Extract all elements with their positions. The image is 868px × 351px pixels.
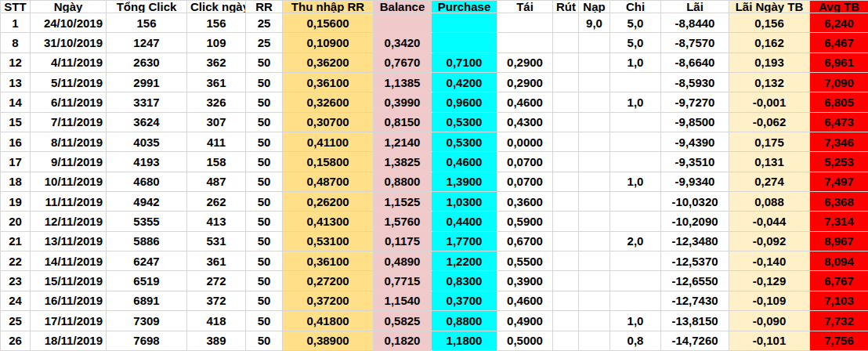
cell-nap[interactable] bbox=[579, 212, 610, 231]
cell-lai[interactable]: -12,5370 bbox=[661, 251, 729, 271]
cell-ngay[interactable]: 11/11/2019 bbox=[31, 192, 107, 212]
cell-lai-ngay-tb[interactable]: 0,175 bbox=[729, 132, 810, 152]
cell-lai[interactable]: -9,4390 bbox=[661, 132, 729, 152]
cell-ngay[interactable]: 16/11/2019 bbox=[31, 291, 107, 310]
cell-click-ngay[interactable]: 487 bbox=[187, 172, 246, 191]
cell-tong-click[interactable]: 4680 bbox=[107, 172, 187, 191]
column-header-avg-tb[interactable]: Avg TB bbox=[810, 1, 868, 13]
cell-purchase[interactable]: 0,4400 bbox=[432, 212, 497, 231]
cell-ngay[interactable]: 7/11/2019 bbox=[31, 112, 107, 132]
cell-rut[interactable] bbox=[553, 13, 579, 33]
cell-tai[interactable] bbox=[497, 33, 553, 52]
cell-nap[interactable] bbox=[579, 73, 610, 92]
column-header-nap[interactable]: Nạp bbox=[579, 1, 610, 13]
cell-balance[interactable]: 1,1540 bbox=[374, 291, 432, 310]
cell-tong-click[interactable]: 4193 bbox=[107, 152, 187, 172]
cell-balance[interactable]: 1,5760 bbox=[374, 212, 432, 231]
cell-stt[interactable]: 8 bbox=[1, 33, 31, 52]
cell-rut[interactable] bbox=[553, 212, 579, 231]
cell-lai[interactable]: -14,7260 bbox=[661, 331, 729, 351]
cell-stt[interactable]: 17 bbox=[1, 152, 31, 172]
cell-avg-tb[interactable]: 5,253 bbox=[810, 152, 868, 172]
cell-purchase[interactable]: 0,9600 bbox=[432, 92, 497, 112]
cell-click-ngay[interactable]: 372 bbox=[187, 291, 246, 310]
cell-lai-ngay-tb[interactable]: -0,090 bbox=[729, 311, 810, 331]
cell-rut[interactable] bbox=[553, 291, 579, 310]
cell-lai[interactable]: -9,3510 bbox=[661, 152, 729, 172]
cell-stt[interactable]: 12 bbox=[1, 52, 31, 72]
column-header-rut[interactable]: Rút bbox=[553, 1, 579, 13]
cell-chi[interactable]: 1,0 bbox=[610, 172, 661, 191]
cell-click-ngay[interactable]: 158 bbox=[187, 152, 246, 172]
cell-tong-click[interactable]: 7309 bbox=[107, 311, 187, 331]
cell-rut[interactable] bbox=[553, 311, 579, 331]
cell-ngay[interactable]: 12/11/2019 bbox=[31, 212, 107, 231]
cell-thu-nhap-rr[interactable]: 0,41800 bbox=[283, 311, 374, 331]
cell-nap[interactable] bbox=[579, 291, 610, 310]
cell-click-ngay[interactable]: 362 bbox=[187, 52, 246, 72]
cell-lai[interactable]: -8,5930 bbox=[661, 73, 729, 92]
cell-rr[interactable]: 50 bbox=[246, 212, 283, 231]
cell-tai[interactable]: 0,0700 bbox=[497, 172, 553, 191]
cell-ngay[interactable]: 9/11/2019 bbox=[31, 152, 107, 172]
cell-stt[interactable]: 25 bbox=[1, 311, 31, 331]
column-header-ngay[interactable]: Ngày bbox=[31, 1, 107, 13]
cell-balance[interactable]: 0,3420 bbox=[374, 33, 432, 52]
cell-rut[interactable] bbox=[553, 92, 579, 112]
column-header-thu-nhap-rr[interactable]: Thu nhập RR bbox=[283, 1, 374, 13]
cell-avg-tb[interactable]: 6,961 bbox=[810, 52, 868, 72]
cell-purchase[interactable]: 0,4200 bbox=[432, 73, 497, 92]
cell-thu-nhap-rr[interactable]: 0,37200 bbox=[283, 291, 374, 310]
cell-chi[interactable] bbox=[610, 251, 661, 271]
cell-purchase[interactable]: 0,3700 bbox=[432, 291, 497, 310]
cell-balance[interactable]: 0,1175 bbox=[374, 231, 432, 251]
cell-tai[interactable]: 0,3900 bbox=[497, 271, 553, 291]
cell-nap[interactable] bbox=[579, 231, 610, 251]
cell-stt[interactable]: 24 bbox=[1, 291, 31, 310]
cell-tai[interactable]: 0,2900 bbox=[497, 73, 553, 92]
cell-stt[interactable]: 13 bbox=[1, 73, 31, 92]
cell-ngay[interactable]: 31/10/2019 bbox=[31, 33, 107, 52]
cell-lai[interactable]: -10,2090 bbox=[661, 212, 729, 231]
cell-ngay[interactable]: 13/11/2019 bbox=[31, 231, 107, 251]
cell-chi[interactable] bbox=[610, 132, 661, 152]
column-header-purchase[interactable]: Purchase bbox=[432, 1, 497, 13]
cell-thu-nhap-rr[interactable]: 0,36100 bbox=[283, 251, 374, 271]
cell-lai-ngay-tb[interactable]: -0,001 bbox=[729, 92, 810, 112]
cell-ngay[interactable]: 18/11/2019 bbox=[31, 331, 107, 351]
cell-lai[interactable]: -9,9340 bbox=[661, 172, 729, 191]
cell-lai-ngay-tb[interactable]: -0,092 bbox=[729, 231, 810, 251]
cell-rr[interactable]: 50 bbox=[246, 271, 283, 291]
cell-avg-tb[interactable]: 8,094 bbox=[810, 251, 868, 271]
cell-lai[interactable]: -12,7430 bbox=[661, 291, 729, 310]
cell-chi[interactable] bbox=[610, 192, 661, 212]
cell-lai-ngay-tb[interactable]: 0,162 bbox=[729, 33, 810, 52]
cell-stt[interactable]: 18 bbox=[1, 172, 31, 191]
cell-lai[interactable]: -9,7270 bbox=[661, 92, 729, 112]
cell-rut[interactable] bbox=[553, 271, 579, 291]
cell-avg-tb[interactable]: 6,368 bbox=[810, 192, 868, 212]
cell-click-ngay[interactable]: 272 bbox=[187, 271, 246, 291]
cell-rr[interactable]: 50 bbox=[246, 172, 283, 191]
cell-thu-nhap-rr[interactable]: 0,38900 bbox=[283, 331, 374, 351]
cell-rr[interactable]: 50 bbox=[246, 73, 283, 92]
cell-thu-nhap-rr[interactable]: 0,36200 bbox=[283, 52, 374, 72]
cell-nap[interactable] bbox=[579, 52, 610, 72]
cell-thu-nhap-rr[interactable]: 0,41300 bbox=[283, 212, 374, 231]
cell-lai-ngay-tb[interactable]: 0,088 bbox=[729, 192, 810, 212]
cell-tong-click[interactable]: 6247 bbox=[107, 251, 187, 271]
cell-chi[interactable] bbox=[610, 152, 661, 172]
cell-chi[interactable]: 1,0 bbox=[610, 311, 661, 331]
column-header-rr[interactable]: RR bbox=[246, 1, 283, 13]
cell-lai[interactable]: -8,8440 bbox=[661, 13, 729, 33]
cell-lai-ngay-tb[interactable]: 0,132 bbox=[729, 73, 810, 92]
cell-ngay[interactable]: 8/11/2019 bbox=[31, 132, 107, 152]
cell-ngay[interactable]: 4/11/2019 bbox=[31, 52, 107, 72]
cell-stt[interactable]: 1 bbox=[1, 13, 31, 33]
cell-rut[interactable] bbox=[553, 231, 579, 251]
column-header-lai[interactable]: Lãi bbox=[661, 1, 729, 13]
cell-nap[interactable] bbox=[579, 172, 610, 191]
cell-avg-tb[interactable]: 8,967 bbox=[810, 231, 868, 251]
cell-click-ngay[interactable]: 413 bbox=[187, 212, 246, 231]
cell-tong-click[interactable]: 6519 bbox=[107, 271, 187, 291]
